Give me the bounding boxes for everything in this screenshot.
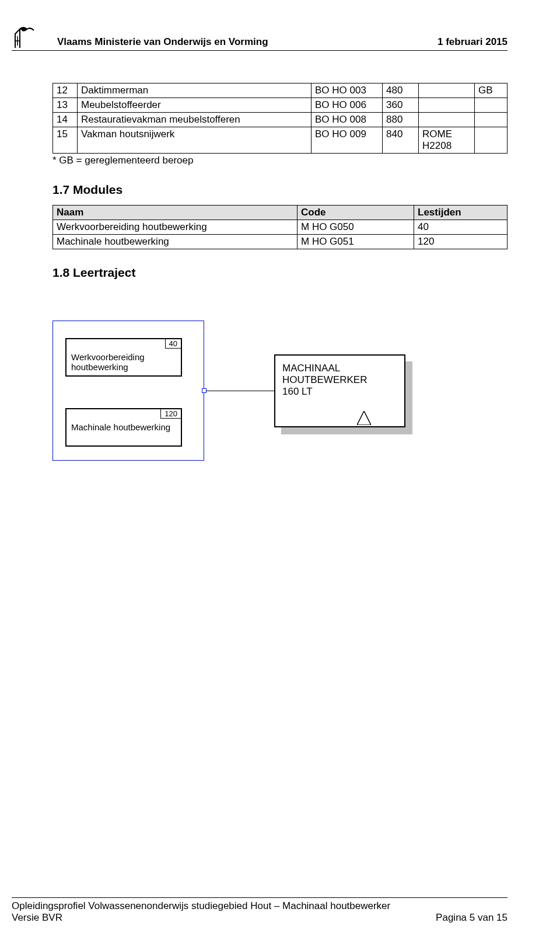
module-label-2: Machinale houtbewerking — [71, 422, 176, 432]
cell-lt: 40 — [414, 220, 508, 235]
page-header: Vlaams Ministerie van Onderwijs en Vormi… — [12, 23, 508, 48]
footnote-gb: * GB = gereglementeerd beroep — [52, 155, 508, 166]
cell-role: Meubelstoffeerder — [78, 98, 312, 113]
cell-gb: GB — [475, 83, 508, 98]
cert-line2: HOUTBEWERKER — [282, 374, 397, 386]
col-lestijden: Lestijden — [414, 206, 508, 220]
cell-lt: 840 — [383, 127, 419, 154]
page-fold-icon — [357, 411, 371, 425]
col-code: Code — [298, 206, 414, 220]
cert-line3: 160 LT — [282, 386, 397, 398]
connector-node-icon — [202, 388, 206, 393]
module-lt-1: 40 — [165, 339, 181, 349]
module-box-1: 40 Werkvoorbereiding houtbewerking — [65, 338, 182, 377]
table-row: 14 Restauratievakman meubelstofferen BO … — [53, 113, 508, 127]
cell-extra — [419, 113, 475, 127]
professions-table: 12 Daktimmerman BO HO 003 480 GB 13 Meub… — [52, 83, 508, 154]
col-naam: Naam — [53, 206, 298, 220]
header-date: 1 februari 2015 — [438, 36, 508, 48]
connector-line — [206, 391, 274, 391]
module-box-2: 120 Machinale houtbewerking — [65, 408, 182, 447]
table-row: Werkvoorbereiding houtbewerking M HO G05… — [53, 220, 508, 235]
logo-icon — [12, 23, 40, 51]
cell-code: BO HO 008 — [312, 113, 383, 127]
section-1-7-title: 1.7 Modules — [52, 183, 508, 197]
modules-table: Naam Code Lestijden Werkvoorbereiding ho… — [52, 205, 508, 249]
learning-path-diagram: 40 Werkvoorbereiding houtbewerking 120 M… — [52, 321, 508, 472]
table-row: Machinale houtbewerking M HO G051 120 — [53, 235, 508, 249]
cell-gb — [475, 113, 508, 127]
module-lt-2: 120 — [160, 409, 181, 419]
cell-gb — [475, 98, 508, 113]
cell-code: BO HO 003 — [312, 83, 383, 98]
cell-num: 14 — [53, 113, 78, 127]
header-org: Vlaams Ministerie van Onderwijs en Vormi… — [57, 36, 268, 48]
table-row: 15 Vakman houtsnijwerk BO HO 009 840 ROM… — [53, 127, 508, 154]
cell-code: M HO G050 — [298, 220, 414, 235]
cert-box: MACHINAAL HOUTBEWERKER 160 LT — [274, 354, 405, 427]
cell-lt: 880 — [383, 113, 419, 127]
cell-lt: 120 — [414, 235, 508, 249]
cell-role: Daktimmerman — [78, 83, 312, 98]
footer-rule — [12, 897, 508, 898]
module-label-1: Werkvoorbereiding houtbewerking — [71, 352, 176, 372]
cell-name: Werkvoorbereiding houtbewerking — [53, 220, 298, 235]
cell-lt: 360 — [383, 98, 419, 113]
cell-name: Machinale houtbewerking — [53, 235, 298, 249]
cell-role: Restauratievakman meubelstofferen — [78, 113, 312, 127]
page-footer: Opleidingsprofiel Volwassenenonderwijs s… — [52, 897, 508, 924]
cell-gb — [475, 127, 508, 154]
cell-extra: ROME H2208 — [419, 127, 475, 154]
table-row: 12 Daktimmerman BO HO 003 480 GB — [53, 83, 508, 98]
table-row: 13 Meubelstoffeerder BO HO 006 360 — [53, 98, 508, 113]
cell-extra — [419, 98, 475, 113]
cell-role: Vakman houtsnijwerk — [78, 127, 312, 154]
cell-num: 13 — [53, 98, 78, 113]
cell-num: 15 — [53, 127, 78, 154]
cert-line1: MACHINAAL — [282, 363, 397, 374]
cell-code: BO HO 009 — [312, 127, 383, 154]
footer-line1: Opleidingsprofiel Volwassenenonderwijs s… — [12, 900, 390, 912]
cell-lt: 480 — [383, 83, 419, 98]
cell-num: 12 — [53, 83, 78, 98]
cell-code: BO HO 006 — [312, 98, 383, 113]
cell-extra — [419, 83, 475, 98]
section-1-8-title: 1.8 Leertraject — [52, 266, 508, 280]
cell-code: M HO G051 — [298, 235, 414, 249]
footer-page: Pagina 5 van 15 — [436, 912, 508, 924]
footer-line2: Versie BVR — [12, 912, 390, 924]
